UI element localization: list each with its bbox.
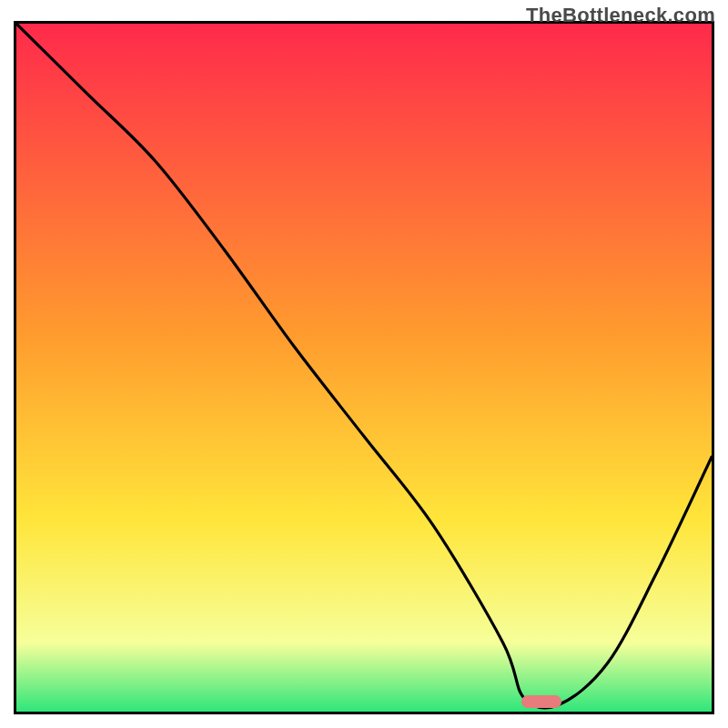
chart-stage: TheBottleneck.com	[0, 0, 728, 728]
watermark-label: TheBottleneck.com	[526, 4, 715, 27]
bottleneck-curve	[16, 24, 712, 712]
plot-area	[14, 21, 714, 714]
optimal-marker	[521, 695, 561, 708]
